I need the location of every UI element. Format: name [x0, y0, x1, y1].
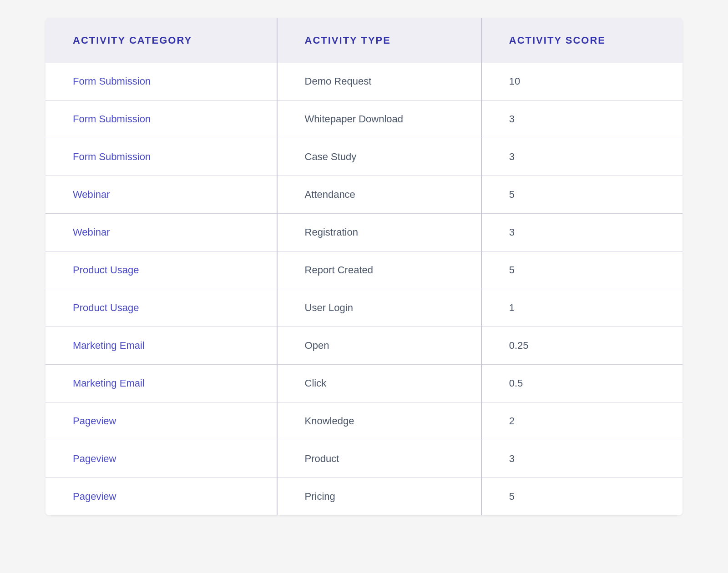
cell-type: Open	[277, 327, 481, 365]
cell-category: Form Submission	[46, 101, 277, 138]
cell-category: Webinar	[46, 176, 277, 214]
table-row: WebinarAttendance5	[46, 176, 682, 214]
table-row: Marketing EmailOpen0.25	[46, 327, 682, 365]
cell-score: 3	[481, 440, 682, 478]
cell-score: 3	[481, 101, 682, 138]
cell-category: Webinar	[46, 214, 277, 251]
table-header-row: ACTIVITY CATEGORY ACTIVITY TYPE ACTIVITY…	[46, 18, 682, 63]
cell-category: Marketing Email	[46, 365, 277, 402]
cell-score: 1	[481, 289, 682, 327]
cell-category: Pageview	[46, 402, 277, 440]
table-row: PageviewKnowledge2	[46, 402, 682, 440]
header-type: ACTIVITY TYPE	[277, 18, 481, 63]
table-row: WebinarRegistration3	[46, 214, 682, 251]
cell-type: Product	[277, 440, 481, 478]
activity-table: ACTIVITY CATEGORY ACTIVITY TYPE ACTIVITY…	[46, 18, 682, 515]
table-row: Marketing EmailClick0.5	[46, 365, 682, 402]
cell-score: 5	[481, 176, 682, 214]
activity-table-container: ACTIVITY CATEGORY ACTIVITY TYPE ACTIVITY…	[46, 18, 682, 515]
cell-category: Product Usage	[46, 289, 277, 327]
cell-type: Attendance	[277, 176, 481, 214]
cell-category: Form Submission	[46, 138, 277, 176]
cell-type: Report Created	[277, 251, 481, 289]
cell-type: Whitepaper Download	[277, 101, 481, 138]
cell-score: 3	[481, 214, 682, 251]
cell-type: User Login	[277, 289, 481, 327]
cell-type: Demo Request	[277, 63, 481, 101]
table-row: PageviewPricing5	[46, 478, 682, 516]
cell-category: Marketing Email	[46, 327, 277, 365]
cell-score: 5	[481, 478, 682, 516]
table-row: Form SubmissionCase Study3	[46, 138, 682, 176]
cell-score: 10	[481, 63, 682, 101]
cell-category: Pageview	[46, 478, 277, 516]
cell-score: 3	[481, 138, 682, 176]
table-row: Product UsageUser Login1	[46, 289, 682, 327]
table-row: Product UsageReport Created5	[46, 251, 682, 289]
cell-score: 0.25	[481, 327, 682, 365]
table-row: PageviewProduct3	[46, 440, 682, 478]
header-category: ACTIVITY CATEGORY	[46, 18, 277, 63]
cell-category: Pageview	[46, 440, 277, 478]
cell-category: Product Usage	[46, 251, 277, 289]
cell-type: Registration	[277, 214, 481, 251]
cell-category: Form Submission	[46, 63, 277, 101]
table-row: Form SubmissionWhitepaper Download3	[46, 101, 682, 138]
cell-score: 2	[481, 402, 682, 440]
header-score: ACTIVITY SCORE	[481, 18, 682, 63]
cell-score: 0.5	[481, 365, 682, 402]
cell-type: Case Study	[277, 138, 481, 176]
cell-type: Click	[277, 365, 481, 402]
cell-type: Pricing	[277, 478, 481, 516]
table-row: Form SubmissionDemo Request10	[46, 63, 682, 101]
cell-score: 5	[481, 251, 682, 289]
cell-type: Knowledge	[277, 402, 481, 440]
